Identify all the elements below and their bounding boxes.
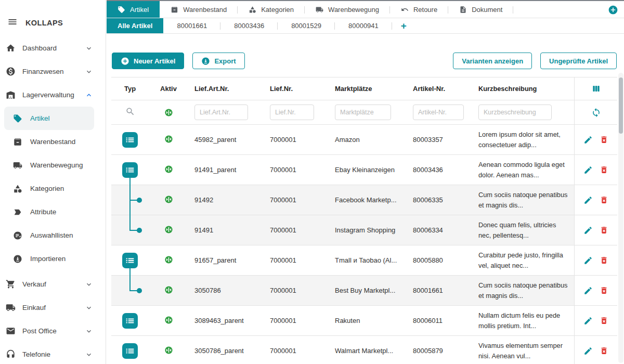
sidebar-item-attribute[interactable]: Attribute	[0, 200, 106, 224]
cell-value: 7000001	[270, 317, 296, 324]
article-type-button[interactable]	[122, 132, 138, 148]
edit-button[interactable]	[583, 256, 593, 265]
cell-marktplatz: Walmart Marketpl...	[329, 347, 407, 355]
actions-cell	[574, 245, 617, 275]
article-tab-80001661[interactable]: 80001661	[163, 18, 220, 33]
sidebar-item-artikel[interactable]: Artikel	[4, 107, 94, 130]
article-tab-80001529[interactable]: 80001529	[278, 18, 335, 33]
column-settings-button[interactable]	[591, 84, 601, 94]
sidebar-item-finanzwesen[interactable]: Finanzwesen	[0, 60, 106, 83]
add-article-tab-button[interactable]: +	[392, 18, 415, 33]
chevron-down-icon	[85, 280, 93, 289]
article-type-button[interactable]	[122, 343, 138, 359]
sidebar-item-einkauf[interactable]: Einkauf	[0, 296, 106, 319]
menu-icon[interactable]	[7, 17, 18, 29]
tab-warenbewegung[interactable]: Warenbewegung	[305, 1, 390, 18]
sidebar-item-label: Importieren	[30, 255, 66, 263]
active-status-icon	[164, 316, 173, 326]
tab-dokument[interactable]: Dokument	[448, 1, 513, 18]
cell-value: 80006334	[413, 226, 443, 234]
tree-connector	[129, 275, 131, 291]
sidebar-item-auswahllisten[interactable]: Auswahllisten	[0, 224, 106, 247]
article-tab-80003436[interactable]: 80003436	[220, 18, 278, 33]
sidebar-item-verkauf[interactable]: Verkauf	[0, 272, 106, 296]
delete-button[interactable]	[600, 346, 608, 355]
type-cell	[111, 276, 149, 305]
active-status-icon	[164, 135, 173, 145]
edit-button[interactable]	[583, 226, 593, 235]
home-icon	[5, 43, 16, 53]
tab-artikel[interactable]: Artikel	[107, 1, 160, 18]
attribute-icon	[12, 207, 23, 217]
tab-kategorien[interactable]: Kategorien	[238, 1, 305, 18]
show-variants-button[interactable]: Varianten anzeigen	[453, 53, 532, 69]
delete-button[interactable]	[600, 135, 608, 144]
article-tab-alle-artikel[interactable]: Alle Artikel	[107, 18, 163, 33]
truck-icon	[316, 6, 323, 14]
brand-name: KOLLAPS	[25, 19, 63, 27]
table-row: 30507867000001Best Buy Marketpl...800016…	[111, 276, 617, 306]
edit-button[interactable]	[583, 346, 593, 356]
unchecked-articles-button[interactable]: Ungeprüfte Artikel	[540, 53, 617, 69]
actions-cell	[574, 155, 617, 185]
chevron-down-icon	[85, 304, 93, 312]
edit-button[interactable]	[583, 286, 593, 295]
article-tab-label: 80003436	[234, 22, 264, 30]
sidebar-item-label: Warenbewegung	[30, 161, 83, 169]
sidebar-item-warenbewegung[interactable]: Warenbewegung	[0, 153, 106, 177]
article-type-button[interactable]	[122, 313, 138, 329]
active-cell	[149, 135, 188, 145]
cell-kurzbeschreibung: Lorem ipsum dolor sit amet, consectetuer…	[472, 129, 574, 149]
cell-lief-art-nr: 3050786	[188, 287, 264, 294]
export-button[interactable]: Export	[192, 53, 244, 69]
add-module-tab-button[interactable]	[608, 5, 618, 15]
sidebar-item-label: Finanzwesen	[22, 68, 64, 75]
delete-button[interactable]	[600, 226, 608, 235]
article-type-button[interactable]	[122, 162, 138, 178]
delete-button[interactable]	[600, 256, 608, 265]
chevron-down-icon	[85, 44, 93, 53]
sidebar-item-importieren[interactable]: Importieren	[0, 247, 106, 270]
active-filter-toggle[interactable]	[164, 108, 173, 117]
filter-lief-art-nr-input[interactable]	[194, 105, 248, 120]
filter-marktplaetze-input[interactable]	[335, 105, 391, 120]
sidebar-item-label: Post Office	[22, 327, 57, 335]
new-article-button[interactable]: Neuer Artikel	[112, 53, 184, 69]
edit-button[interactable]	[583, 135, 593, 145]
filter-artikel-nr-input[interactable]	[413, 105, 464, 120]
article-type-button[interactable]	[122, 253, 138, 268]
col-header-lief-nr: Lief.Nr.	[264, 85, 329, 93]
tab-retoure[interactable]: Retoure	[390, 1, 448, 18]
main-area: ArtikelWarenbestandKategorienWarenbewegu…	[107, 0, 624, 364]
sidebar-item-post-office[interactable]: Post Office	[0, 319, 106, 343]
edit-button[interactable]	[583, 316, 593, 326]
cell-value: 7000001	[270, 347, 296, 355]
edit-button[interactable]	[583, 196, 593, 205]
tab-label: Warenbestand	[183, 6, 227, 14]
delete-button[interactable]	[600, 196, 608, 204]
sidebar-item-telefonie[interactable]: Telefonie	[0, 343, 106, 364]
delete-button[interactable]	[600, 286, 608, 295]
filter-lief-nr-input[interactable]	[270, 105, 314, 120]
delete-button[interactable]	[600, 165, 608, 174]
warehouse-icon	[5, 90, 16, 100]
chevron-down-icon	[85, 327, 93, 335]
tab-label: Dokument	[472, 6, 502, 14]
tab-label: Retoure	[413, 6, 437, 14]
edit-button[interactable]	[583, 165, 593, 175]
sidebar-item-kategorien[interactable]: Kategorien	[0, 177, 106, 200]
cell-kurzbeschreibung: Cum sociis natoque penatibus et magnis d…	[472, 190, 574, 210]
filter-kurzbeschreibung-input[interactable]	[478, 105, 552, 120]
article-tab-80000941[interactable]: 80000941	[335, 18, 392, 33]
sidebar-item-warenbestand[interactable]: Warenbestand	[0, 130, 106, 153]
tab-warenbestand[interactable]: Warenbestand	[160, 1, 238, 18]
cell-marktplatz: Rakuten	[329, 317, 407, 324]
refresh-button[interactable]	[591, 108, 601, 118]
table-body: 45982_parent7000001Amazon80003357Lorem i…	[111, 125, 617, 364]
delete-button[interactable]	[600, 316, 608, 325]
sidebar-item-label: Verkauf	[22, 280, 46, 288]
scrollbar-thumb[interactable]	[619, 77, 623, 134]
sidebar-item-lagerverwaltung[interactable]: Lagerverwaltung	[0, 83, 106, 107]
cell-artikel-nr: 80003357	[407, 136, 472, 144]
sidebar-item-dashboard[interactable]: Dashboard	[0, 36, 106, 60]
